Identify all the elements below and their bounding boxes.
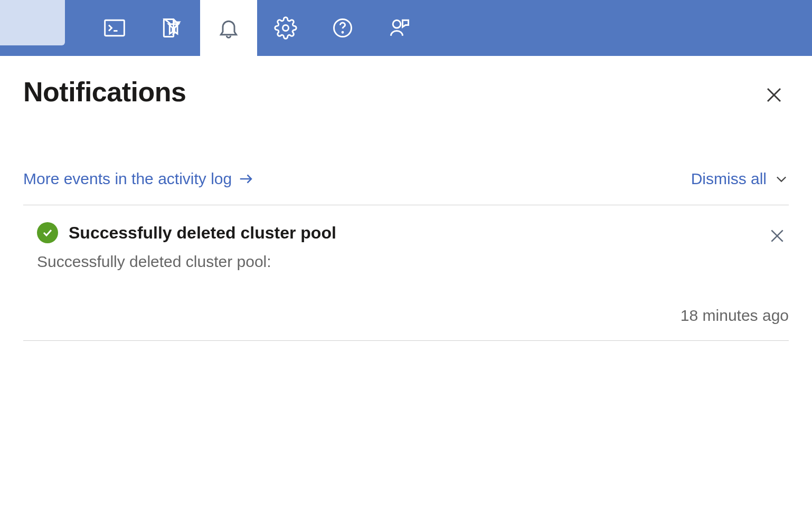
- panel-title: Notifications: [23, 76, 186, 108]
- help-button[interactable]: [314, 0, 371, 56]
- svg-rect-0: [105, 20, 125, 35]
- notification-title: Successfully deleted cluster pool: [69, 223, 336, 243]
- arrow-right-icon: [238, 171, 254, 187]
- notification-header: Successfully deleted cluster pool: [23, 222, 789, 243]
- success-status-icon: [37, 222, 58, 243]
- activity-log-link[interactable]: More events in the activity log: [23, 170, 254, 188]
- cloud-shell-icon: [103, 16, 126, 40]
- close-icon: [764, 85, 783, 104]
- panel-action-row: More events in the activity log Dismiss …: [23, 170, 789, 205]
- notifications-panel: Notifications More events in the activit…: [0, 56, 812, 341]
- cloud-shell-button[interactable]: [86, 0, 143, 56]
- help-icon: [331, 16, 354, 40]
- notification-timestamp: 18 minutes ago: [23, 307, 789, 325]
- feedback-button[interactable]: [371, 0, 428, 56]
- header-icons: [86, 0, 428, 56]
- dismiss-all-button[interactable]: Dismiss all: [691, 170, 789, 188]
- settings-button[interactable]: [257, 0, 314, 56]
- chevron-down-icon: [774, 171, 789, 186]
- svg-point-3: [283, 25, 289, 31]
- notification-item: Successfully deleted cluster pool Succes…: [23, 205, 789, 341]
- bell-icon: [217, 16, 240, 40]
- dismiss-all-label: Dismiss all: [691, 170, 767, 188]
- search-field[interactable]: [0, 0, 65, 45]
- checkmark-icon: [41, 226, 54, 239]
- notifications-button[interactable]: [200, 0, 257, 56]
- panel-header: Notifications: [23, 76, 789, 112]
- directory-filter-button[interactable]: [143, 0, 200, 56]
- directory-filter-icon: [160, 16, 183, 40]
- close-icon: [769, 227, 786, 244]
- close-panel-button[interactable]: [759, 80, 789, 112]
- activity-log-label: More events in the activity log: [23, 170, 232, 188]
- gear-icon: [274, 16, 297, 40]
- top-bar: [0, 0, 812, 56]
- svg-point-5: [342, 32, 343, 33]
- feedback-icon: [388, 16, 411, 40]
- notification-body: Successfully deleted cluster pool:: [23, 253, 789, 271]
- svg-point-6: [393, 20, 401, 28]
- dismiss-notification-button[interactable]: [766, 224, 789, 250]
